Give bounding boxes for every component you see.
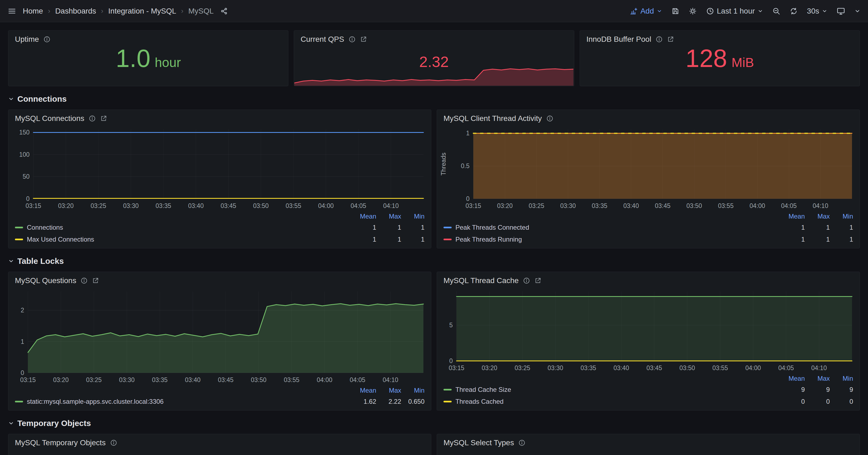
hamburger-menu-icon[interactable] xyxy=(8,7,16,15)
legend-series-name[interactable]: Max Used Connections xyxy=(15,236,351,243)
svg-text:0: 0 xyxy=(449,357,453,364)
legend-header-min[interactable]: Min xyxy=(830,375,853,382)
panel-uptime: Uptime 1.0 hour xyxy=(8,30,288,86)
legend-series-name[interactable]: Peak Threads Running xyxy=(443,236,780,243)
legend: Mean Max Min Peak Threads Connected 1 1 … xyxy=(437,211,860,248)
info-icon[interactable] xyxy=(348,36,355,43)
section-header-connections[interactable]: Connections xyxy=(8,94,860,104)
dashboard-settings-icon[interactable] xyxy=(689,7,697,15)
panel-title[interactable]: MySQL Temporary Objects xyxy=(15,438,106,447)
legend-series-name[interactable]: Threads Cached xyxy=(443,398,780,405)
external-link-icon[interactable] xyxy=(100,115,107,122)
svg-text:03:45: 03:45 xyxy=(655,202,671,209)
legend-max: 1 xyxy=(376,236,401,243)
time-range-label: Last 1 hour xyxy=(717,7,755,15)
panel-title[interactable]: MySQL Thread Cache xyxy=(443,276,519,285)
external-link-icon[interactable] xyxy=(534,277,541,284)
stat-value: 128 MiB xyxy=(580,46,860,86)
svg-text:04:00: 04:00 xyxy=(317,377,333,383)
chevron-down-icon xyxy=(8,258,14,264)
add-panel-button[interactable]: Add xyxy=(629,7,662,15)
legend-series-name[interactable]: Thread Cache Size xyxy=(443,386,780,393)
refresh-interval-dropdown[interactable]: 30s xyxy=(807,7,827,15)
legend-header-max[interactable]: Max xyxy=(805,375,830,382)
refresh-button[interactable] xyxy=(789,7,798,15)
breadcrumb-home[interactable]: Home xyxy=(23,7,43,15)
save-dashboard-icon[interactable] xyxy=(671,7,680,15)
breadcrumb-separator: › xyxy=(181,7,184,15)
panel-title[interactable]: MySQL Questions xyxy=(15,276,76,285)
legend-header-mean[interactable]: Mean xyxy=(780,213,805,220)
legend-mean: 9 xyxy=(780,386,805,393)
top-nav: Home › Dashboards › Integration - MySQL … xyxy=(0,0,868,22)
info-icon[interactable] xyxy=(89,115,96,122)
info-icon[interactable] xyxy=(110,439,117,446)
breadcrumb-dashboards[interactable]: Dashboards xyxy=(55,7,96,15)
legend-min: 1 xyxy=(401,224,425,231)
zoom-out-time-icon[interactable] xyxy=(772,7,780,15)
nav-more-chevron-icon[interactable] xyxy=(855,8,860,14)
time-series-plot[interactable]: 03:1503:2003:2503:3003:3503:4003:4503:50… xyxy=(439,288,855,373)
panel-title[interactable]: InnoDB Buffer Pool xyxy=(586,35,651,44)
breadcrumb-separator: › xyxy=(48,7,51,15)
info-icon[interactable] xyxy=(523,277,530,284)
time-series-plot[interactable]: 03:1503:2003:2503:3003:3503:4003:4503:50… xyxy=(439,126,855,211)
svg-text:100: 100 xyxy=(19,151,30,158)
panel-mysql-questions: MySQL Questions 03:1503:2003:2503:3003:3… xyxy=(8,272,431,411)
external-link-icon[interactable] xyxy=(92,277,99,284)
legend-header-max[interactable]: Max xyxy=(805,213,830,220)
legend-header-mean[interactable]: Mean xyxy=(351,213,376,220)
legend-header-mean[interactable]: Mean xyxy=(780,375,805,382)
innodb-unit: MiB xyxy=(732,55,754,70)
external-link-icon[interactable] xyxy=(360,36,367,43)
legend-header-max[interactable]: Max xyxy=(376,387,401,394)
svg-text:04:05: 04:05 xyxy=(778,364,794,371)
info-icon[interactable] xyxy=(546,115,553,122)
section-header-table-locks[interactable]: Table Locks xyxy=(8,257,860,266)
svg-text:03:20: 03:20 xyxy=(482,364,497,371)
legend-series-name[interactable]: Peak Threads Connected xyxy=(443,224,780,231)
svg-text:03:40: 03:40 xyxy=(623,202,639,209)
breadcrumb-integration-mysql[interactable]: Integration - MySQL xyxy=(108,7,176,15)
panel-title[interactable]: MySQL Connections xyxy=(15,114,84,123)
panel-current-qps: Current QPS 2.32 xyxy=(294,30,574,86)
legend-max: 1 xyxy=(805,236,830,243)
panel-title[interactable]: Uptime xyxy=(15,35,39,44)
panel-title[interactable]: Current QPS xyxy=(301,35,344,44)
series-swatch xyxy=(443,239,452,240)
panel-title[interactable]: MySQL Client Thread Activity xyxy=(443,114,542,123)
legend-mean: 1 xyxy=(351,236,376,243)
time-range-picker[interactable]: Last 1 hour xyxy=(706,7,763,15)
svg-text:03:30: 03:30 xyxy=(548,364,563,371)
legend-header-max[interactable]: Max xyxy=(376,213,401,220)
legend-max: 2.22 xyxy=(376,398,401,405)
legend-series-name[interactable]: static:mysql.sample-apps.svc.cluster.loc… xyxy=(15,398,351,405)
svg-text:50: 50 xyxy=(23,173,30,180)
svg-text:03:35: 03:35 xyxy=(581,364,596,371)
tv-mode-icon[interactable] xyxy=(837,7,845,15)
time-series-plot[interactable]: 03:1503:2003:2503:3003:3503:4003:4503:50… xyxy=(10,288,427,385)
legend-header-min[interactable]: Min xyxy=(401,387,425,394)
svg-text:03:40: 03:40 xyxy=(188,202,204,209)
svg-text:03:20: 03:20 xyxy=(58,202,74,209)
svg-text:03:25: 03:25 xyxy=(529,202,545,209)
time-series-plot[interactable]: 03:1503:2003:2503:3003:3503:4003:4503:50… xyxy=(10,126,427,211)
legend-header-min[interactable]: Min xyxy=(830,213,853,220)
legend-header-mean[interactable]: Mean xyxy=(351,387,376,394)
info-icon[interactable] xyxy=(518,439,525,446)
legend-row: Threads Cached 0 0 0 xyxy=(443,396,853,408)
section-header-temporary-objects[interactable]: Temporary Objects xyxy=(8,419,860,428)
qps-sparkline[interactable] xyxy=(294,62,574,86)
legend-header-min[interactable]: Min xyxy=(401,213,425,220)
svg-text:03:15: 03:15 xyxy=(448,364,464,371)
share-icon[interactable] xyxy=(220,7,228,15)
info-icon[interactable] xyxy=(81,277,88,284)
info-icon[interactable] xyxy=(656,36,663,43)
svg-text:03:55: 03:55 xyxy=(712,364,728,371)
panel-title[interactable]: MySQL Select Types xyxy=(443,438,514,447)
info-icon[interactable] xyxy=(43,36,51,43)
legend-series-name[interactable]: Connections xyxy=(15,224,351,231)
svg-text:03:50: 03:50 xyxy=(680,364,695,371)
external-link-icon[interactable] xyxy=(667,36,674,43)
section-title: Connections xyxy=(18,94,67,104)
